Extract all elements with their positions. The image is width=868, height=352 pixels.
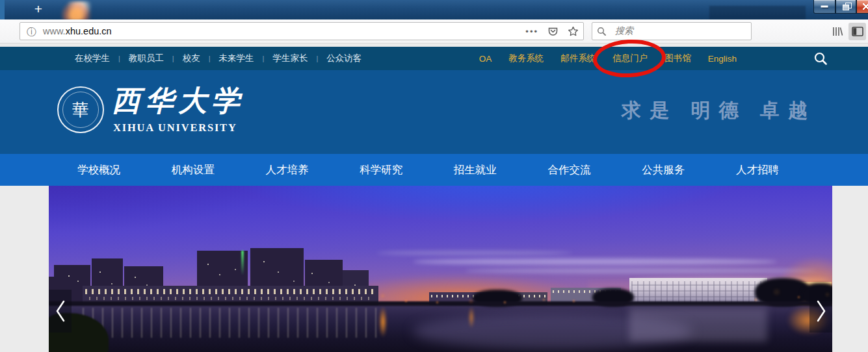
hero-orange-lights xyxy=(49,186,51,188)
firefox-logo-blur xyxy=(61,1,94,19)
page-actions-icon[interactable]: ••• xyxy=(521,27,543,36)
hero-light-reflections xyxy=(629,308,767,342)
nav-item-cooperation[interactable]: 合作交流 xyxy=(548,163,591,177)
hero-light-reflections xyxy=(467,307,475,335)
url-text[interactable]: www.xhu.edu.cn xyxy=(43,26,112,36)
restore-button[interactable] xyxy=(835,0,856,14)
carousel-next-button[interactable] xyxy=(809,290,832,333)
search-placeholder: 搜索 xyxy=(615,25,633,37)
utility-link-library[interactable]: 图书馆 xyxy=(664,53,691,64)
main-nav-band: 学校概况 机构设置 人才培养 科学研究 招生就业 合作交流 公共服务 人才招聘 xyxy=(0,154,868,186)
separator: | xyxy=(316,55,318,62)
bookmark-star-icon[interactable] xyxy=(563,26,583,37)
university-name-en: XIHUA UNIVERSITY xyxy=(113,121,237,134)
minimize-button[interactable] xyxy=(813,0,835,14)
utility-link-faculty-staff[interactable]: 教职员工 xyxy=(129,53,164,64)
utility-link-oa[interactable]: OA xyxy=(479,54,492,64)
separator: | xyxy=(172,55,174,62)
university-seal-logo[interactable]: 華 xyxy=(57,86,104,133)
utility-link-english[interactable]: English xyxy=(708,54,737,64)
utility-link-mail-system[interactable]: 邮件系统 xyxy=(560,53,596,64)
utility-link-academic-system[interactable]: 教务系统 xyxy=(508,53,544,64)
nav-item-about[interactable]: 学校概况 xyxy=(77,163,120,177)
pocket-icon[interactable] xyxy=(543,26,563,37)
nav-item-recruitment[interactable]: 人才招聘 xyxy=(736,163,779,177)
utility-link-visitors[interactable]: 公众访客 xyxy=(326,53,362,64)
hero-cloud xyxy=(413,258,777,265)
nav-item-education[interactable]: 人才培养 xyxy=(265,163,308,177)
nav-item-admissions[interactable]: 招生就业 xyxy=(454,163,497,177)
browser-window: + ⓘ www.xhu.edu.cn ••• 搜索 xyxy=(0,0,868,352)
utility-link-prospective-students[interactable]: 未来学生 xyxy=(219,53,254,64)
hero-green-light xyxy=(241,251,244,275)
hero-carousel-image xyxy=(49,186,832,352)
separator: | xyxy=(118,55,120,62)
hero-light-reflections xyxy=(378,307,388,347)
carousel-prev-button[interactable] xyxy=(49,290,72,333)
aero-glass-shade xyxy=(709,6,806,19)
hero-cloud xyxy=(377,251,572,255)
url-bar[interactable]: ⓘ www.xhu.edu.cn ••• xyxy=(20,22,584,40)
nav-item-organization[interactable]: 机构设置 xyxy=(172,163,215,177)
utility-nav: 在校学生 | 教职员工 | 校友 | 未来学生 | 学生家长 | 公众访客 OA… xyxy=(0,47,868,70)
seal-character: 華 xyxy=(72,99,89,121)
browser-search-field[interactable]: 搜索 xyxy=(592,22,752,40)
utility-link-parents[interactable]: 学生家长 xyxy=(272,53,308,64)
browser-titlebar: + xyxy=(0,0,868,19)
site-info-icon[interactable]: ⓘ xyxy=(27,27,36,36)
utility-link-current-students[interactable]: 在校学生 xyxy=(75,53,110,64)
close-button[interactable] xyxy=(856,0,868,14)
sidebar-toggle-icon[interactable] xyxy=(848,23,866,40)
library-icon[interactable] xyxy=(828,23,847,40)
separator: | xyxy=(209,55,211,62)
university-name-cn[interactable]: 西华大学 xyxy=(112,86,244,117)
hero-shoreline xyxy=(49,301,832,306)
main-nav: 学校概况 机构设置 人才培养 科学研究 招生就业 合作交流 公共服务 人才招聘 xyxy=(49,154,832,186)
site-search-icon[interactable] xyxy=(813,51,828,66)
utility-left-links: 在校学生 | 教职员工 | 校友 | 未来学生 | 学生家长 | 公众访客 xyxy=(75,53,362,64)
hero-light-reflections xyxy=(83,308,378,338)
nav-item-public-service[interactable]: 公共服务 xyxy=(642,163,685,177)
hero-cloud xyxy=(465,268,816,273)
window-controls xyxy=(813,0,868,14)
search-icon xyxy=(592,27,611,36)
university-motto: 求是 明德 卓越 xyxy=(622,97,816,124)
new-tab-button[interactable]: + xyxy=(29,0,48,19)
site-header: 華 西华大学 XIHUA UNIVERSITY 求是 明德 卓越 xyxy=(0,70,868,154)
browser-toolbar: ⓘ www.xhu.edu.cn ••• 搜索 xyxy=(0,19,868,44)
utility-link-alumni[interactable]: 校友 xyxy=(183,53,200,64)
separator: | xyxy=(263,55,265,62)
nav-item-research[interactable]: 科学研究 xyxy=(360,163,402,177)
titlebar-accent xyxy=(0,0,5,19)
